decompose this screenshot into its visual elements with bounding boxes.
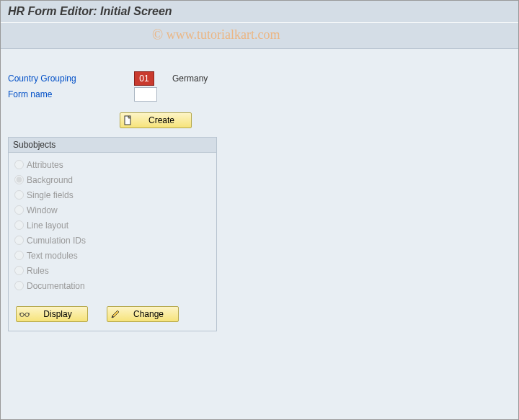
radio-single-fields[interactable]: Single fields [13,187,212,202]
radio-cumulation-ids[interactable]: Cumulation IDs [13,233,212,248]
row-country-grouping: Country Grouping Germany [8,71,511,86]
label-form-name[interactable]: Form name [8,89,134,99]
radio-background-label: Background [27,175,73,185]
radio-rules[interactable]: Rules [13,263,212,278]
radio-text-modules-input[interactable] [14,251,24,260]
svg-point-2 [25,313,29,316]
display-button[interactable]: Display [16,306,88,322]
radio-cumulation-ids-label: Cumulation IDs [27,236,86,246]
row-form-name: Form name [8,86,511,102]
radio-single-fields-input[interactable] [14,190,24,200]
radio-attributes[interactable]: Attributes [13,157,212,172]
svg-point-1 [20,313,24,316]
radio-window-label: Window [27,205,58,215]
toolbar-strip [1,23,518,49]
subobjects-title: Subobjects [9,138,216,153]
radio-documentation[interactable]: Documentation [13,278,212,293]
radio-text-modules[interactable]: Text modules [13,248,212,263]
window-header: HR Form Editor: Initial Screen [1,1,518,23]
meta-country-grouping: Germany [172,73,208,84]
radio-single-fields-label: Single fields [27,190,74,200]
radio-cumulation-ids-input[interactable] [14,236,24,245]
change-button-label: Change [125,309,172,319]
radio-rules-input[interactable] [14,266,24,275]
subobjects-groupbox: Subobjects Attributes Background Single … [8,137,217,331]
radio-documentation-input[interactable] [14,281,24,290]
radio-rules-label: Rules [27,266,49,276]
radio-window-input[interactable] [14,205,24,215]
radio-attributes-label: Attributes [27,160,63,170]
display-button-label: Display [34,309,81,319]
content-area: Country Grouping Germany Form name Creat… [1,49,518,339]
create-row: Create [120,112,511,128]
radio-text-modules-label: Text modules [27,251,78,261]
input-country-grouping[interactable] [134,71,154,86]
create-button[interactable]: Create [120,112,192,128]
radio-window[interactable]: Window [13,202,212,218]
radio-documentation-label: Documentation [27,281,85,291]
radio-line-layout-input[interactable] [14,220,24,230]
glasses-icon [19,309,30,319]
radio-attributes-input[interactable] [14,160,24,169]
subobjects-button-row: Display Change [13,306,212,322]
radio-background-input[interactable] [14,175,24,184]
radio-background[interactable]: Background [13,172,212,187]
create-button-label: Create [138,115,185,125]
pencil-icon [110,309,120,319]
label-country-grouping[interactable]: Country Grouping [8,73,134,84]
input-form-name[interactable] [134,87,157,102]
new-document-icon [123,115,133,125]
page-title: HR Form Editor: Initial Screen [8,5,172,17]
change-button[interactable]: Change [107,306,179,322]
radio-line-layout[interactable]: Line layout [13,218,212,233]
subobjects-body: Attributes Background Single fields Wind… [9,153,216,331]
radio-line-layout-label: Line layout [27,220,68,231]
